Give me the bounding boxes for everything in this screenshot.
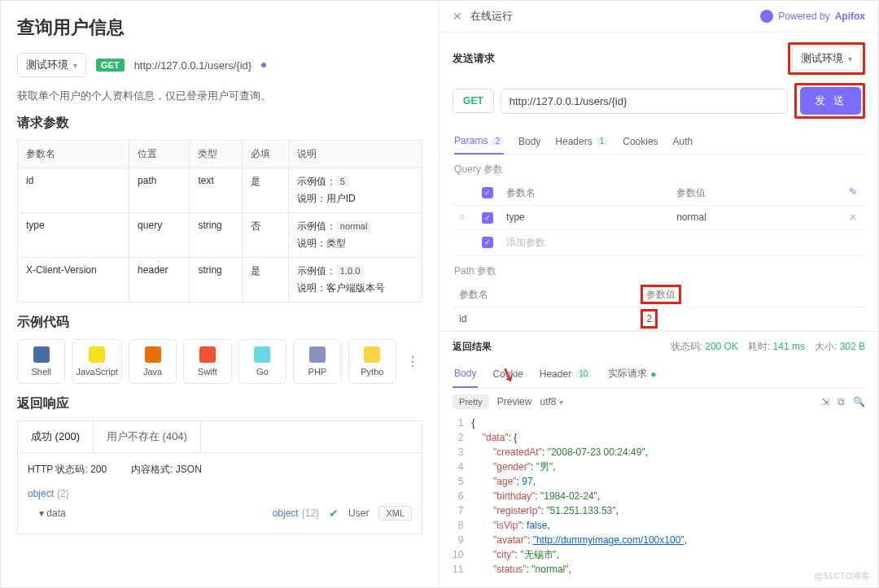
- watermark: @51CTO博客: [815, 570, 870, 582]
- apifox-logo-icon: [760, 10, 773, 23]
- add-param-row: ✓添加参数: [453, 230, 865, 256]
- lang-go[interactable]: Go: [238, 339, 286, 384]
- lang-pytho[interactable]: Pytho: [348, 339, 396, 384]
- http-status-label: HTTP 状态码: 200: [28, 463, 107, 477]
- tab-auth[interactable]: Auth: [673, 128, 693, 154]
- xml-button[interactable]: XML: [378, 506, 412, 520]
- lang-javascript[interactable]: JavaScript: [72, 339, 121, 384]
- powered-by[interactable]: Powered by Apifox: [760, 10, 865, 23]
- checkbox-all[interactable]: ✓: [482, 187, 493, 198]
- table-row: typequerystring否示例值：normal说明：类型: [18, 213, 422, 258]
- pretty-button[interactable]: Pretty: [453, 394, 489, 409]
- method-badge: GET: [96, 59, 125, 72]
- page-title: 查询用户信息: [17, 15, 422, 40]
- row-checkbox[interactable]: ✓: [482, 212, 493, 224]
- lang-php[interactable]: PHP: [293, 339, 341, 384]
- method-select[interactable]: GET: [453, 89, 494, 113]
- copy-icon[interactable]: ⧉: [837, 396, 845, 407]
- row-checkbox[interactable]: ✓: [482, 237, 493, 248]
- run-title: 在线运行: [470, 9, 513, 24]
- search-icon[interactable]: 🔍: [853, 396, 865, 407]
- result-tab-actual[interactable]: 实际请求 ●: [606, 360, 658, 387]
- result-heading: 返回结果: [453, 340, 492, 354]
- request-params-heading: 请求参数: [17, 115, 422, 132]
- table-row: X-Client-Versionheaderstring是示例值：1.0.0说明…: [18, 258, 422, 303]
- sample-code-heading: 示例代码: [17, 314, 422, 331]
- env-selector[interactable]: 测试环境▾: [17, 53, 86, 77]
- lang-shell[interactable]: Shell: [17, 339, 65, 384]
- response-body[interactable]: 1234567891011 { "data": { "createdAt": "…: [453, 416, 865, 587]
- close-icon[interactable]: ✕: [453, 10, 462, 23]
- content-format-label: 内容格式: JSON: [131, 463, 202, 477]
- expand-toggle[interactable]: ▾ data: [39, 507, 66, 519]
- query-row: ≡✓typenormal✕: [453, 206, 865, 230]
- chevron-down-icon: ▾: [73, 61, 77, 70]
- resp-tab-notfound[interactable]: 用户不存在 (404): [94, 421, 201, 452]
- result-tab-body[interactable]: Body: [453, 360, 478, 388]
- check-icon: ✔: [329, 507, 339, 520]
- response-heading: 返回响应: [17, 395, 422, 412]
- table-row: idpathtext是示例值：5说明：用户ID: [18, 168, 422, 213]
- lang-java[interactable]: Java: [129, 339, 177, 384]
- path-row: id2: [453, 307, 865, 331]
- drag-handle-icon[interactable]: ≡: [459, 211, 465, 223]
- edit-icon[interactable]: ✎: [849, 186, 857, 198]
- tab-headers[interactable]: Headers1: [555, 128, 608, 154]
- params-table: 参数名位置类型必填说明 idpathtext是示例值：5说明：用户IDtypeq…: [17, 140, 422, 303]
- path-section-label: Path 参数: [453, 256, 865, 283]
- send-button[interactable]: 发 送: [800, 87, 861, 115]
- delete-icon[interactable]: ✕: [849, 211, 857, 223]
- result-tab-header[interactable]: Header10: [538, 360, 593, 387]
- resp-tab-success[interactable]: 成功 (200): [18, 421, 94, 452]
- endpoint-url: http://127.0.0.1/users/{id}: [134, 59, 252, 72]
- tab-cookies[interactable]: Cookies: [623, 128, 658, 154]
- status-dot-icon: [261, 63, 266, 68]
- export-icon[interactable]: ⇲: [821, 396, 829, 407]
- tab-body[interactable]: Body: [518, 128, 540, 154]
- tab-params[interactable]: Params2: [454, 128, 504, 155]
- lang-swift[interactable]: Swift: [183, 339, 231, 384]
- add-param-input[interactable]: 添加参数: [506, 237, 545, 248]
- preview-button[interactable]: Preview: [497, 396, 532, 407]
- url-input[interactable]: http://127.0.0.1/users/{id}: [501, 89, 789, 114]
- api-description: 获取单个用户的个人资料信息，仅已登录用户可查询。: [17, 89, 422, 103]
- send-request-heading: 发送请求: [453, 51, 495, 66]
- more-langs-icon[interactable]: ⋮: [403, 339, 422, 384]
- run-env-selector[interactable]: 测试环境▾: [792, 46, 861, 71]
- query-section-label: Query 参数: [453, 155, 865, 181]
- encoding-select[interactable]: utf8 ▾: [540, 396, 562, 407]
